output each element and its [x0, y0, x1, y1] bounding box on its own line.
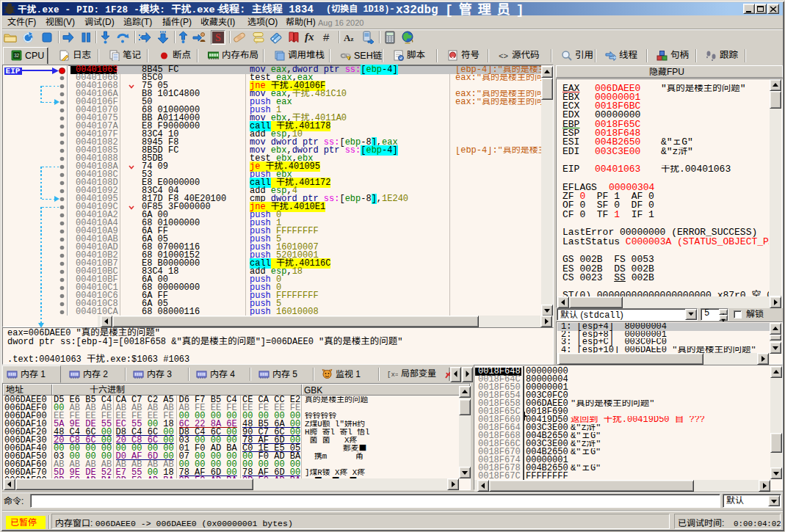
svg-text:[x=]: [x=] [387, 371, 398, 379]
